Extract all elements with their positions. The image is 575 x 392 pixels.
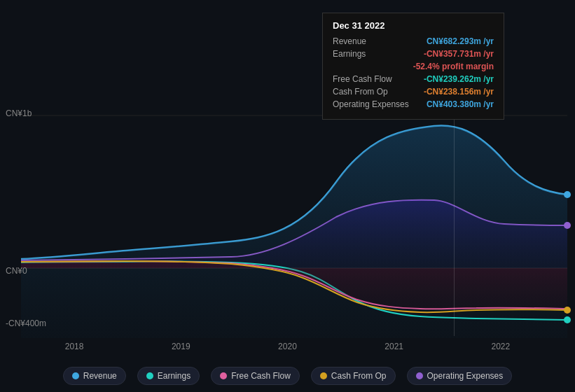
chart-container: CN¥1b CN¥0 -CN¥400m 2018 2019 2020 2021 … (0, 0, 575, 392)
tooltip-label-cashfromop: Cash From Op (333, 87, 417, 97)
tooltip-value-cashfromop: -CN¥238.156m /yr (424, 87, 494, 97)
legend-item-opex[interactable]: Operating Expenses (407, 367, 513, 385)
tooltip-row-cashfromop: Cash From Op -CN¥238.156m /yr (333, 87, 494, 97)
x-axis-labels: 2018 2019 2020 2021 2022 (0, 342, 575, 351)
legend-label-fcf: Free Cash Flow (231, 371, 291, 381)
tooltip-value-revenue: CN¥682.293m /yr (427, 36, 494, 46)
x-label-2020: 2020 (278, 342, 297, 351)
svg-point-4 (564, 191, 571, 198)
legend-item-cashfromop[interactable]: Cash From Op (311, 367, 396, 385)
tooltip-row-fcf: Free Cash Flow -CN¥239.262m /yr (333, 74, 494, 84)
x-label-2019: 2019 (172, 342, 190, 351)
tooltip-label-fcf: Free Cash Flow (333, 74, 417, 84)
y-axis-bottom-label: -CN¥400m (6, 318, 46, 328)
legend-label-earnings: Earnings (158, 371, 190, 381)
y-axis-top-label: CN¥1b (6, 108, 32, 118)
x-label-2022: 2022 (491, 342, 510, 351)
legend-label-opex: Operating Expenses (427, 371, 504, 381)
legend-label-revenue: Revenue (83, 371, 117, 381)
chart-legend: Revenue Earnings Free Cash Flow Cash Fro… (0, 367, 575, 385)
tooltip-date: Dec 31 2022 (333, 20, 494, 31)
tooltip-row-opex: Operating Expenses CN¥403.380m /yr (333, 99, 494, 109)
tooltip-label-revenue: Revenue (333, 36, 417, 46)
profit-margin-row: -52.4% profit margin (333, 62, 494, 71)
vertical-indicator-line (454, 115, 455, 336)
tooltip-label-earnings: Earnings (333, 49, 417, 59)
legend-dot-opex (416, 372, 423, 379)
legend-dot-cashfromop (320, 372, 327, 379)
x-label-2021: 2021 (385, 342, 403, 351)
svg-point-6 (564, 316, 571, 323)
legend-dot-revenue (72, 372, 79, 379)
legend-item-earnings[interactable]: Earnings (137, 367, 200, 385)
svg-point-7 (564, 307, 571, 314)
tooltip-label-opex: Operating Expenses (333, 99, 417, 109)
x-label-2018: 2018 (65, 342, 84, 351)
svg-point-5 (564, 222, 571, 229)
legend-label-cashfromop: Cash From Op (331, 371, 387, 381)
legend-item-revenue[interactable]: Revenue (63, 367, 126, 385)
legend-dot-fcf (220, 372, 227, 379)
legend-item-fcf[interactable]: Free Cash Flow (211, 367, 300, 385)
tooltip-value-fcf: -CN¥239.262m /yr (424, 74, 494, 84)
tooltip-row-earnings: Earnings -CN¥357.731m /yr (333, 49, 494, 59)
tooltip-row-revenue: Revenue CN¥682.293m /yr (333, 36, 494, 46)
profit-margin-value: -52.4% profit margin (413, 62, 494, 71)
tooltip-box: Dec 31 2022 Revenue CN¥682.293m /yr Earn… (322, 13, 504, 120)
tooltip-value-opex: CN¥403.380m /yr (427, 99, 494, 109)
legend-dot-earnings (146, 372, 153, 379)
tooltip-value-earnings: -CN¥357.731m /yr (424, 49, 494, 59)
y-axis-zero-label: CN¥0 (6, 266, 27, 276)
